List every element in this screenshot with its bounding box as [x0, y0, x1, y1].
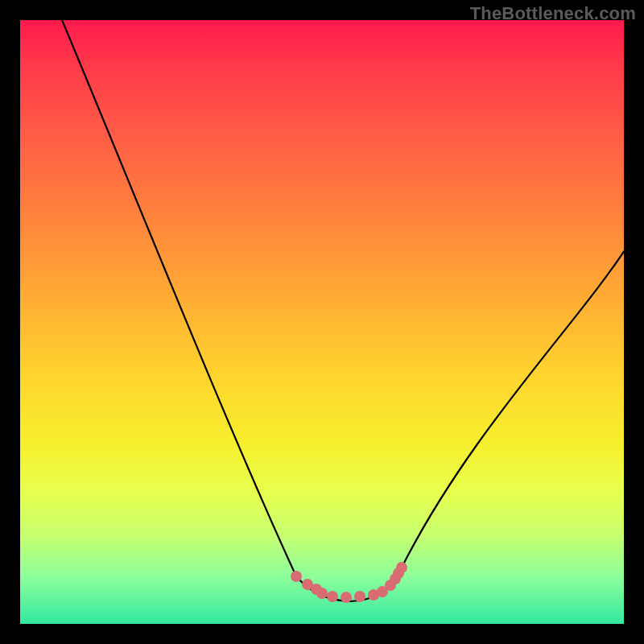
chart-plot-area — [20, 20, 624, 624]
valley-marker-dot — [316, 588, 328, 599]
valley-marker-dot — [291, 571, 302, 582]
watermark-text: TheBottleneck.com — [470, 3, 636, 24]
valley-marker-dot — [327, 591, 338, 602]
valley-marker-dot — [341, 592, 352, 603]
curve-valley-markers — [291, 562, 407, 603]
bottleneck-curve — [60, 20, 624, 601]
valley-marker-dot — [396, 562, 407, 573]
valley-marker-dot — [354, 591, 365, 602]
chart-svg — [20, 20, 624, 624]
